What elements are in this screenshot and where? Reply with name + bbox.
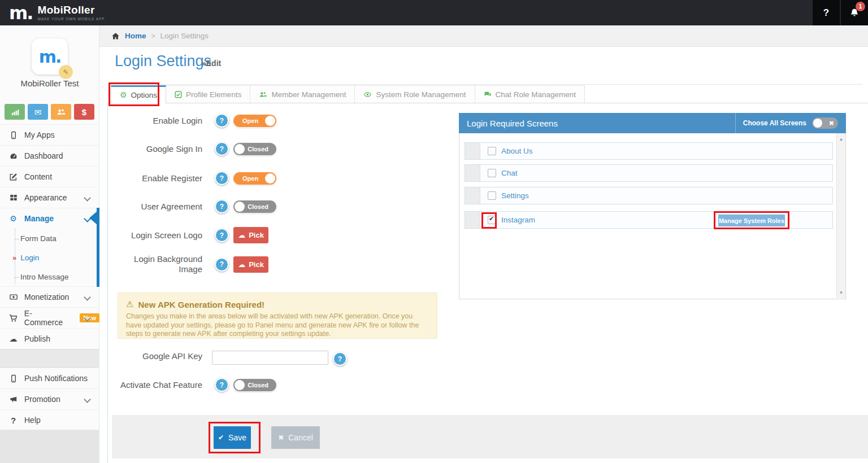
cloud-icon: ☁ <box>238 231 245 239</box>
instagram-checkbox[interactable] <box>488 216 496 224</box>
chevron-down-icon <box>84 294 91 301</box>
top-bar: m. MobiRoller MAKE YOUR OWN MOBILE APP ?… <box>0 0 868 25</box>
tab-options[interactable]: ⚙ Options <box>111 85 166 103</box>
sidebar-item-content[interactable]: Content <box>0 166 99 187</box>
dollar-icon: $ <box>82 108 86 116</box>
brand-logo[interactable]: m. MobiRoller MAKE YOUR OWN MOBILE APP <box>9 0 105 25</box>
x-icon: ✖ <box>278 434 284 442</box>
panel-scrollbar[interactable]: ▲ ▼ <box>836 133 845 298</box>
edit-app-icon[interactable]: ✎ <box>59 65 73 79</box>
scroll-down-icon[interactable]: ▼ <box>837 288 845 297</box>
sidebar-item-login[interactable]: » Login <box>0 248 99 267</box>
check-square-icon <box>175 91 182 98</box>
login-required-screens-body: About Us Chat Settings Instagram ▲ ▼ <box>459 133 846 299</box>
users-icon <box>57 107 66 116</box>
sidebar-item-ecommerce[interactable]: E-Commerce New <box>0 307 99 328</box>
sidebar-item-intro-message[interactable]: -- Intro Message <box>0 267 99 286</box>
screen-row-chat[interactable]: Chat <box>465 164 833 182</box>
messages-button[interactable]: ✉ <box>28 104 48 120</box>
check-icon: ✔ <box>218 434 224 442</box>
scroll-up-icon[interactable]: ▲ <box>837 134 845 143</box>
pick-background-button[interactable]: ☁Pick <box>233 256 268 273</box>
notifications-button[interactable]: 1 <box>841 0 868 25</box>
mobiroller-admin: m. MobiRoller MAKE YOUR OWN MOBILE APP ?… <box>0 0 868 463</box>
screen-row-about-us[interactable]: About Us <box>465 142 833 160</box>
members-button[interactable] <box>51 104 71 120</box>
envelope-icon: ✉ <box>34 108 42 116</box>
enable-register-toggle[interactable]: Open <box>233 172 276 185</box>
field-label: Google Sign In <box>112 144 202 154</box>
help-tooltip-icon[interactable]: ? <box>215 228 229 242</box>
breadcrumb-current: Login Settings <box>160 32 209 40</box>
sidebar-item-form-data[interactable]: -- Form Data <box>0 229 99 248</box>
question-icon: ? <box>823 7 829 19</box>
page-title: Login Settings <box>115 53 211 70</box>
tab-system-role-management[interactable]: System Role Management <box>354 85 475 103</box>
phone-icon <box>8 131 18 139</box>
google-sign-in-toggle[interactable]: Closed <box>233 143 276 155</box>
sidebar-item-my-apps[interactable]: My Apps <box>0 124 99 145</box>
tab-member-management[interactable]: Member Management <box>250 85 355 103</box>
panel-title: Login Required Screens <box>467 119 558 128</box>
toggle-knob <box>235 380 245 390</box>
save-button[interactable]: ✔ Save <box>214 426 251 449</box>
cancel-button[interactable]: ✖ Cancel <box>271 426 320 449</box>
sidebar-divider <box>0 349 99 368</box>
chat-checkbox[interactable] <box>488 169 496 177</box>
manage-system-roles-button[interactable]: Manage System Roles <box>718 214 785 227</box>
help-button[interactable]: ? <box>813 0 840 25</box>
drag-handle[interactable] <box>465 143 480 159</box>
help-tooltip-icon[interactable]: ? <box>215 257 229 272</box>
app-name: MobiRoller Test <box>0 78 99 88</box>
drag-handle[interactable] <box>465 165 480 181</box>
field-label: Activate Chat Feature <box>112 380 202 390</box>
activate-chat-toggle[interactable]: Closed <box>233 379 276 391</box>
brand-tagline: MAKE YOUR OWN MOBILE APP <box>38 17 105 21</box>
content-left-border <box>107 103 108 463</box>
help-tooltip-icon[interactable]: ? <box>215 378 229 392</box>
mobiroller-logo-icon: m. <box>9 5 33 21</box>
sidebar-item-dashboard[interactable]: Dashboard <box>0 145 99 166</box>
megaphone-icon <box>8 395 18 403</box>
help-tooltip-icon[interactable]: ? <box>215 113 229 128</box>
sidebar-item-publish[interactable]: ☁ Publish <box>0 328 99 349</box>
payments-button[interactable]: $ <box>74 104 94 120</box>
pick-logo-button[interactable]: ☁Pick <box>233 227 268 243</box>
page-subtitle: »Edit <box>202 59 221 68</box>
cloud-upload-icon: ☁ <box>8 335 18 343</box>
toggle-knob <box>235 144 245 154</box>
login-required-screens-header: Login Required Screens Choose All Screen… <box>459 113 846 133</box>
phone-icon <box>8 374 18 383</box>
stats-button[interactable] <box>5 104 25 120</box>
form-row-user-agreement: User Agreement ? Closed <box>112 199 276 213</box>
tab-bar: ⚙ Options Profile Elements Member Manage… <box>107 85 868 103</box>
google-api-key-input[interactable] <box>212 351 328 365</box>
toggle-knob <box>235 202 245 212</box>
sidebar-item-appearance[interactable]: Appearance <box>0 187 99 208</box>
about-us-checkbox[interactable] <box>488 147 496 155</box>
sidebar-item-push-notifications[interactable]: Push Notifications <box>0 368 99 388</box>
x-icon: ✖ <box>829 117 834 129</box>
home-icon <box>111 32 120 40</box>
drag-handle[interactable] <box>465 212 480 228</box>
user-agreement-toggle[interactable]: Closed <box>233 200 276 213</box>
warning-body: Changes you make in the areas below will… <box>118 311 437 340</box>
field-label: Login Screen Logo <box>112 230 202 241</box>
screen-row-settings[interactable]: Settings <box>465 187 833 204</box>
choose-all-toggle[interactable]: ✖ <box>812 117 838 129</box>
help-tooltip-icon[interactable]: ? <box>215 171 229 185</box>
tab-chat-role-management[interactable]: Chat Role Management <box>475 85 585 103</box>
settings-checkbox[interactable] <box>488 191 496 200</box>
sidebar-item-help[interactable]: ? Help <box>0 409 99 430</box>
tab-profile-elements[interactable]: Profile Elements <box>166 85 250 103</box>
sidebar-item-manage[interactable]: ⚙ Manage <box>0 208 99 229</box>
help-tooltip-icon[interactable]: ? <box>333 352 347 366</box>
field-label: Enable Register <box>112 173 202 184</box>
help-tooltip-icon[interactable]: ? <box>215 142 229 156</box>
help-tooltip-icon[interactable]: ? <box>215 199 229 213</box>
drag-handle[interactable] <box>465 187 480 204</box>
sidebar-item-monetization[interactable]: Monetization <box>0 286 99 307</box>
sidebar-item-promotion[interactable]: Promotion <box>0 388 99 409</box>
breadcrumb-home-link[interactable]: Home <box>125 32 146 40</box>
enable-login-toggle[interactable]: Open <box>233 115 276 127</box>
